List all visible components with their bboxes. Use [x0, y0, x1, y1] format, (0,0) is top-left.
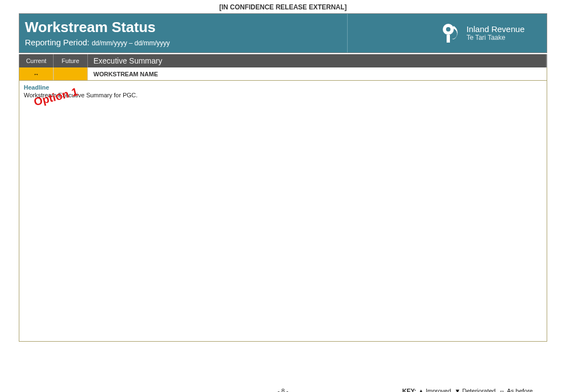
status-current-cell: ↔: [19, 67, 54, 80]
workstream-row: ↔ WORKSTREAM NAME: [19, 67, 547, 81]
tab-future[interactable]: Future: [54, 54, 88, 67]
brand-maori: Te Tari Taake: [467, 34, 525, 41]
brand-logo: Inland Revenue Te Tari Taake: [441, 23, 525, 44]
reporting-period: Reporting Period: dd/mm/yyyy – dd/mm/yyy…: [25, 38, 342, 47]
period-value: dd/mm/yyyy – dd/mm/yyyy: [92, 39, 170, 47]
key-legend: KEY: ▲ Improved, ▼ Deteriorated, ↔ As be…: [402, 388, 533, 392]
key-label: KEY:: [402, 388, 416, 392]
content-box: Headline Workstream Executive Summary fo…: [19, 81, 547, 342]
period-label: Reporting Period:: [25, 38, 90, 47]
status-future-cell: [54, 67, 88, 80]
classification-banner: [IN CONFIDENCE RELEASE EXTERNAL]: [0, 0, 566, 13]
tab-current[interactable]: Current: [19, 54, 54, 67]
header-left: Workstream Status Reporting Period: dd/m…: [19, 15, 347, 51]
key-asbefore: As before: [507, 388, 533, 392]
page-number: - 8 -: [277, 388, 289, 392]
header: Workstream Status Reporting Period: dd/m…: [19, 13, 547, 53]
headline-label: Headline: [24, 84, 542, 91]
arrow-icon: ↔: [499, 388, 505, 392]
brand-english: Inland Revenue: [467, 25, 525, 34]
svg-point-1: [446, 27, 450, 32]
header-right: Inland Revenue Te Tari Taake: [348, 14, 547, 53]
tab-executive-summary[interactable]: Executive Summary: [88, 54, 547, 67]
up-triangle-icon: ▲: [418, 388, 424, 392]
ir-logo-icon: [441, 23, 462, 44]
svg-rect-2: [447, 35, 450, 43]
key-deteriorated: Deteriorated,: [462, 388, 497, 392]
page-title: Workstream Status: [25, 19, 342, 35]
executive-summary-text: Workstream Executive Summary for PGC.: [24, 92, 542, 98]
key-improved: Improved,: [426, 388, 453, 392]
brand-text: Inland Revenue Te Tari Taake: [467, 25, 525, 41]
workstream-name-label: WORKSTREAM NAME: [88, 67, 547, 80]
down-triangle-icon: ▼: [454, 388, 460, 392]
tabs-row: Current Future Executive Summary: [19, 54, 547, 67]
